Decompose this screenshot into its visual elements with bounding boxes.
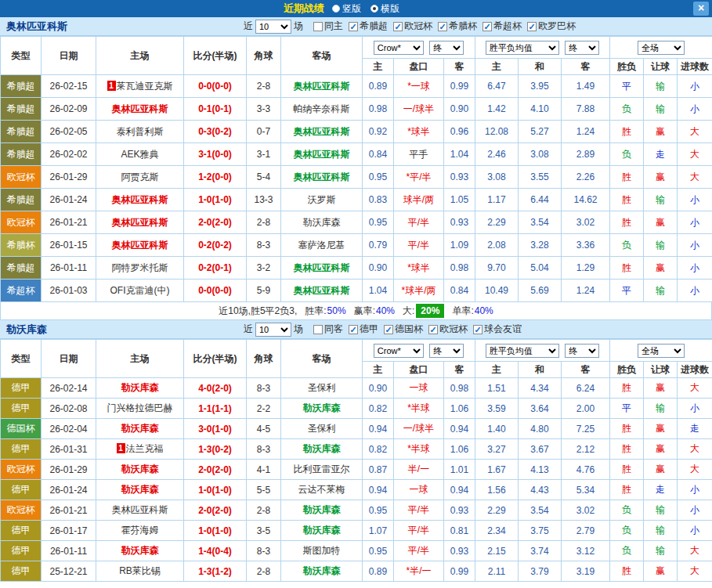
away-team-cell[interactable]: 帕纳辛奈科斯 — [281, 98, 363, 121]
score-cell[interactable]: 1-4(0-4) — [184, 541, 247, 561]
match-count-select[interactable]: 10 — [255, 323, 291, 337]
home-team-cell[interactable]: OFI克雷迪(中) — [96, 280, 184, 302]
checkbox-icon[interactable]: ✓ — [393, 22, 403, 31]
away-team-cell[interactable]: 勒沃库森 — [281, 561, 363, 582]
team-name[interactable]: 奥林匹亚科斯 — [6, 20, 241, 34]
euro-time-select[interactable]: 终 — [565, 41, 599, 55]
filter-checkbox[interactable]: 同客 — [313, 323, 343, 336]
score-cell[interactable]: 0-3(0-2) — [184, 121, 247, 143]
checkbox-icon[interactable]: ✓ — [473, 325, 482, 334]
home-team-cell[interactable]: AEK雅典 — [96, 143, 184, 166]
away-team-cell[interactable]: 斯图加特 — [281, 541, 363, 561]
score-cell[interactable]: 0-0(0-0) — [184, 280, 247, 302]
score-cell[interactable]: 1-3(1-2) — [184, 561, 247, 582]
score-cell[interactable]: 2-0(2-0) — [184, 211, 247, 234]
checkbox-icon[interactable]: ✓ — [384, 325, 393, 334]
home-team-cell[interactable]: 勒沃库森 — [96, 419, 184, 439]
checkbox-icon[interactable]: ✓ — [349, 325, 358, 334]
score-cell[interactable]: 1-3(0-2) — [184, 439, 247, 460]
home-team-cell[interactable]: 奥林匹亚科斯 — [96, 189, 184, 211]
score-cell[interactable]: 0-2(0-2) — [184, 234, 247, 257]
home-team-cell[interactable]: 门兴格拉德巴赫 — [96, 399, 184, 419]
bookmaker-select[interactable]: Crow* — [374, 344, 424, 358]
away-team-cell[interactable]: 塞萨洛尼基 — [281, 234, 363, 257]
away-team-cell[interactable]: 勒沃库森 — [281, 500, 363, 521]
away-team-cell[interactable]: 勒沃库森 — [281, 521, 363, 541]
home-team-cell[interactable]: 奥林匹亚科斯 — [96, 98, 184, 121]
euro-time-select[interactable]: 终 — [565, 344, 599, 358]
filter-checkbox[interactable]: 同主 — [313, 20, 343, 33]
score-cell[interactable]: 1-0(1-0) — [184, 189, 247, 211]
radio-circle-icon[interactable] — [332, 5, 340, 13]
away-team-cell[interactable]: 云达不莱梅 — [281, 480, 363, 500]
score-cell[interactable]: 1-0(1-0) — [184, 480, 247, 500]
checkbox-icon[interactable] — [313, 22, 323, 31]
score-cell[interactable]: 1-2(0-0) — [184, 166, 247, 189]
checkbox-icon[interactable]: ✓ — [527, 22, 537, 31]
home-team-cell[interactable]: 勒沃库森 — [96, 541, 184, 561]
away-team-cell[interactable]: 奥林匹亚科斯 — [281, 166, 363, 189]
checkbox-icon[interactable]: ✓ — [438, 22, 447, 31]
team-name[interactable]: 勒沃库森 — [6, 323, 241, 337]
radio-circle-selected-icon[interactable] — [370, 5, 378, 13]
away-team-cell[interactable]: 奥林匹亚科斯 — [281, 257, 363, 280]
score-cell[interactable]: 3-1(0-0) — [184, 143, 247, 166]
home-team-cell[interactable]: 1法兰克福 — [96, 439, 184, 460]
away-team-cell[interactable]: 圣保利 — [281, 378, 363, 399]
asia-time-select[interactable]: 终 — [429, 41, 464, 55]
score-cell[interactable]: 0-1(0-1) — [184, 98, 247, 121]
home-team-cell[interactable]: 泰利普利斯 — [96, 121, 184, 143]
home-team-cell[interactable]: 阿特罗米托斯 — [96, 257, 184, 280]
away-team-cell[interactable]: 勒沃库森 — [281, 399, 363, 419]
euro-odds-select[interactable]: 胜平负均值 — [486, 41, 559, 55]
home-team-cell[interactable]: 1莱瓦迪亚克斯 — [96, 75, 184, 98]
checkbox-icon[interactable]: ✓ — [482, 22, 492, 31]
away-team-cell[interactable]: 奥林匹亚科斯 — [281, 143, 363, 166]
score-cell[interactable]: 2-0(2-0) — [184, 460, 247, 480]
home-team-cell[interactable]: RB莱比锡 — [96, 561, 184, 582]
home-team-cell[interactable]: 奥林匹亚科斯 — [96, 500, 184, 521]
home-team-cell[interactable]: 奥林匹亚科斯 — [96, 211, 184, 234]
away-team-cell[interactable]: 勒沃库森 — [281, 439, 363, 460]
score-cell[interactable]: 0-0(0-0) — [184, 75, 247, 98]
filter-checkbox[interactable]: ✓希腊杯 — [438, 20, 477, 33]
away-team-cell[interactable]: 奥林匹亚科斯 — [281, 121, 363, 143]
filter-checkbox[interactable]: ✓德国杯 — [384, 323, 423, 336]
filter-checkbox[interactable]: ✓希腊超 — [349, 20, 388, 33]
home-team-cell[interactable]: 奥林匹亚科斯 — [96, 234, 184, 257]
score-cell[interactable]: 2-0(2-0) — [184, 500, 247, 521]
home-team-cell[interactable]: 勒沃库森 — [96, 460, 184, 480]
home-team-cell[interactable]: 霍芬海姆 — [96, 521, 184, 541]
home-team-cell[interactable]: 勒沃库森 — [96, 378, 184, 399]
filter-checkbox[interactable]: ✓欧冠杯 — [393, 20, 432, 33]
checkbox-icon[interactable]: ✓ — [349, 22, 358, 31]
away-team-cell[interactable]: 奥林匹亚科斯 — [281, 280, 363, 302]
match-count-select[interactable]: 10 — [255, 20, 291, 34]
away-team-cell[interactable]: 比利亚雷亚尔 — [281, 460, 363, 480]
radio-horizontal[interactable]: 横版 — [370, 2, 399, 16]
checkbox-icon[interactable]: ✓ — [428, 325, 438, 334]
asia-time-select[interactable]: 终 — [429, 344, 464, 358]
score-cell[interactable]: 3-0(1-0) — [184, 419, 247, 439]
scope-select[interactable]: 全场 — [638, 41, 685, 55]
close-icon[interactable]: × — [693, 2, 709, 16]
home-team-cell[interactable]: 勒沃库森 — [96, 480, 184, 500]
away-team-cell[interactable]: 圣保利 — [281, 419, 363, 439]
scope-select[interactable]: 全场 — [638, 344, 685, 358]
away-team-cell[interactable]: 奥林匹亚科斯 — [281, 75, 363, 98]
filter-checkbox[interactable]: ✓德甲 — [349, 323, 378, 336]
score-cell[interactable]: 4-0(2-0) — [184, 378, 247, 399]
filter-checkbox[interactable]: ✓欧罗巴杯 — [527, 20, 576, 33]
filter-checkbox[interactable]: ✓欧冠杯 — [428, 323, 468, 336]
radio-vertical[interactable]: 竖版 — [332, 2, 361, 16]
score-cell[interactable]: 1-0(1-0) — [184, 521, 247, 541]
filter-checkbox[interactable]: ✓球会友谊 — [473, 323, 522, 336]
filter-checkbox[interactable]: ✓希超杯 — [482, 20, 522, 33]
euro-odds-select[interactable]: 胜平负均值 — [486, 344, 559, 358]
score-cell[interactable]: 1-1(1-1) — [184, 399, 247, 419]
away-team-cell[interactable]: 勒沃库森 — [281, 211, 363, 234]
score-cell[interactable]: 0-2(0-1) — [184, 257, 247, 280]
away-team-cell[interactable]: 沃罗斯 — [281, 189, 363, 211]
bookmaker-select[interactable]: Crow* — [374, 41, 424, 55]
checkbox-icon[interactable] — [313, 325, 323, 334]
